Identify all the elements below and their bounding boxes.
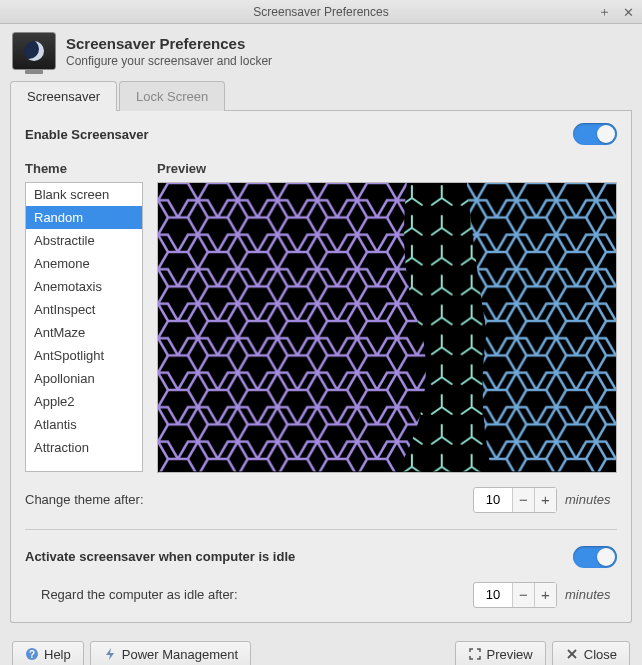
tabstrip: Screensaver Lock Screen — [10, 80, 632, 111]
header: Screensaver Preferences Configure your s… — [0, 24, 642, 80]
preview-button[interactable]: Preview — [455, 641, 546, 665]
theme-list[interactable]: Blank screenRandomAbstractileAnemoneAnem… — [25, 182, 143, 472]
theme-list-item[interactable]: Anemone — [26, 252, 142, 275]
screensaver-app-icon — [12, 32, 56, 70]
theme-list-item[interactable]: Apollonian — [26, 367, 142, 390]
theme-list-item[interactable]: Anemotaxis — [26, 275, 142, 298]
power-management-button[interactable]: Power Management — [90, 641, 251, 665]
change-theme-plus[interactable]: + — [534, 488, 556, 512]
preview-heading: Preview — [157, 161, 617, 176]
close-x-icon — [565, 647, 579, 661]
help-button[interactable]: ? Help — [12, 641, 84, 665]
theme-list-item[interactable]: Attraction — [26, 436, 142, 459]
change-theme-minus[interactable]: − — [512, 488, 534, 512]
change-theme-spinner[interactable]: − + — [473, 487, 557, 513]
tab-screensaver[interactable]: Screensaver — [10, 81, 117, 111]
theme-list-item[interactable]: Random — [26, 206, 142, 229]
idle-spinner[interactable]: − + — [473, 582, 557, 608]
change-theme-input[interactable] — [474, 488, 512, 512]
titlebar: Screensaver Preferences ＋ ✕ — [0, 0, 642, 24]
svg-text:?: ? — [29, 649, 35, 660]
close-button[interactable]: Close — [552, 641, 630, 665]
idle-unit: minutes — [565, 587, 617, 602]
idle-input[interactable] — [474, 583, 512, 607]
help-icon: ? — [25, 647, 39, 661]
idle-plus[interactable]: + — [534, 583, 556, 607]
footer: ? Help Power Management Preview Close — [0, 633, 642, 665]
minimize-icon[interactable]: ＋ — [596, 3, 612, 21]
fullscreen-icon — [468, 647, 482, 661]
separator — [25, 529, 617, 530]
theme-list-item[interactable]: Blank screen — [26, 183, 142, 206]
theme-list-item[interactable]: AntMaze — [26, 321, 142, 344]
theme-list-item[interactable]: AntInspect — [26, 298, 142, 321]
change-theme-label: Change theme after: — [25, 492, 465, 507]
screensaver-preview — [157, 182, 617, 473]
theme-list-item[interactable]: Apple2 — [26, 390, 142, 413]
activate-label: Activate screensaver when computer is id… — [25, 549, 295, 564]
theme-list-item[interactable]: Atlantis — [26, 413, 142, 436]
page-subtitle: Configure your screensaver and locker — [66, 54, 272, 68]
theme-heading: Theme — [25, 161, 143, 176]
enable-toggle[interactable] — [573, 123, 617, 145]
idle-label: Regard the computer as idle after: — [41, 587, 465, 602]
window-controls: ＋ ✕ — [596, 0, 636, 24]
close-icon[interactable]: ✕ — [620, 5, 636, 20]
tab-panel: Enable Screensaver Theme Blank screenRan… — [10, 111, 632, 623]
activate-toggle[interactable] — [573, 546, 617, 568]
power-icon — [103, 647, 117, 661]
window-title: Screensaver Preferences — [253, 5, 388, 19]
theme-list-item[interactable]: AntSpotlight — [26, 344, 142, 367]
change-theme-unit: minutes — [565, 492, 617, 507]
page-title: Screensaver Preferences — [66, 35, 272, 52]
enable-label: Enable Screensaver — [25, 127, 149, 142]
idle-minus[interactable]: − — [512, 583, 534, 607]
tab-lockscreen[interactable]: Lock Screen — [119, 81, 225, 111]
theme-list-item[interactable]: Abstractile — [26, 229, 142, 252]
